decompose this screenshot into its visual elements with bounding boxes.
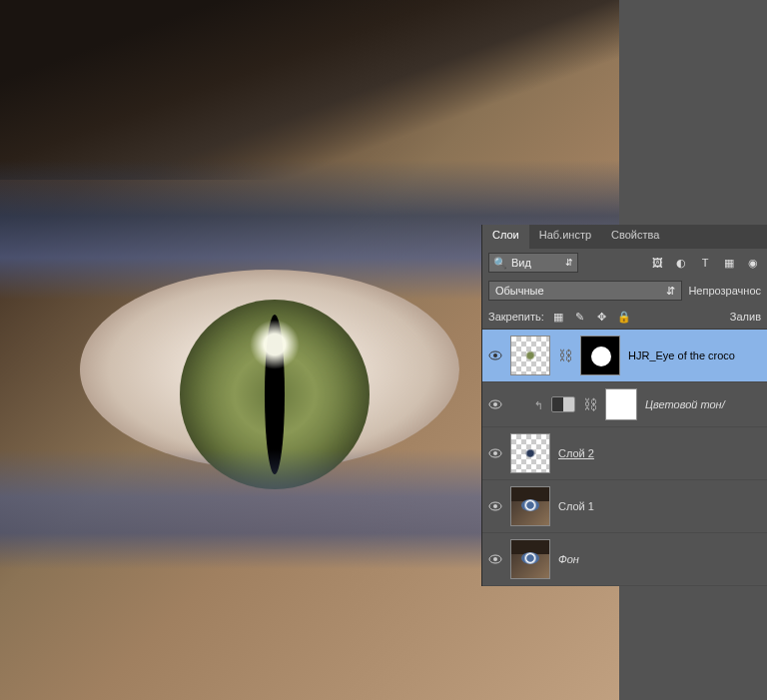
filter-type-icon[interactable]: T	[697, 255, 713, 271]
layer-row[interactable]: ⛓ HJR_Eye of the croco	[482, 330, 767, 382]
svg-point-5	[493, 451, 497, 455]
visibility-toggle[interactable]	[488, 349, 502, 362]
blend-mode-select[interactable]: Обычные ⇵	[488, 281, 682, 301]
layer-thumbnail[interactable]	[510, 486, 550, 526]
layer-mask-thumbnail[interactable]	[580, 336, 620, 375]
layers-panel: Слои Наб.инстр Свойства 🔍 Вид ⇵ 🖼 ◐ T ▦ …	[481, 225, 767, 586]
svg-point-1	[493, 353, 497, 357]
layer-name[interactable]: Слой 2	[558, 447, 594, 459]
filter-pixel-icon[interactable]: 🖼	[649, 255, 665, 271]
layer-row[interactable]: Слой 2	[482, 427, 767, 480]
layer-thumbnail[interactable]	[510, 336, 550, 375]
layer-thumbnail[interactable]	[510, 539, 550, 579]
layer-filter-row: 🔍 Вид ⇵ 🖼 ◐ T ▦ ◉	[482, 249, 767, 277]
eyebrow-region	[0, 0, 619, 180]
svg-point-9	[493, 557, 497, 561]
fill-label: Залив	[730, 311, 761, 323]
layer-name[interactable]: HJR_Eye of the croco	[628, 350, 735, 361]
svg-point-7	[493, 504, 497, 508]
lock-position-icon[interactable]: ✥	[594, 309, 610, 325]
layer-name[interactable]: Цветовой тон/	[645, 398, 725, 410]
clip-indicator-icon: ↳	[534, 398, 543, 411]
link-icon[interactable]: ⛓	[583, 396, 597, 412]
layer-name[interactable]: Фон	[558, 553, 579, 565]
tab-channels[interactable]: Наб.инстр	[529, 225, 601, 249]
lock-pixels-icon[interactable]: ✎	[572, 309, 588, 325]
visibility-toggle[interactable]	[488, 499, 502, 513]
link-icon[interactable]: ⛓	[558, 348, 572, 363]
blend-mode-value: Обычные	[495, 285, 544, 297]
visibility-toggle[interactable]	[488, 397, 502, 411]
layer-row[interactable]: Слой 1	[482, 480, 767, 533]
filter-smart-icon[interactable]: ◉	[745, 255, 761, 271]
lock-all-icon[interactable]: 🔒	[616, 309, 632, 325]
layer-thumbnail[interactable]	[510, 433, 550, 473]
layer-row[interactable]: Фон	[482, 533, 767, 586]
opacity-label: Непрозрачнос	[688, 285, 761, 297]
blend-opacity-row: Обычные ⇵ Непрозрачнос	[482, 277, 767, 305]
visibility-toggle[interactable]	[488, 552, 502, 566]
svg-point-3	[493, 402, 497, 406]
layer-name[interactable]: Слой 1	[558, 500, 594, 512]
search-icon: 🔍	[493, 257, 507, 270]
filter-shape-icon[interactable]: ▦	[721, 255, 737, 271]
chevron-down-icon: ⇵	[565, 258, 573, 268]
lock-transparent-icon[interactable]: ▦	[550, 309, 566, 325]
panel-tabs: Слои Наб.инстр Свойства	[482, 225, 767, 249]
lock-row: Закрепить: ▦ ✎ ✥ 🔒 Залив	[482, 305, 767, 330]
chevron-down-icon: ⇵	[666, 285, 675, 298]
layers-list: ⛓ HJR_Eye of the croco ↳ ⛓ Цветовой тон/…	[482, 330, 767, 586]
filter-adjustment-icon[interactable]: ◐	[673, 255, 689, 271]
layer-mask-thumbnail[interactable]	[605, 388, 637, 420]
visibility-toggle[interactable]	[488, 446, 502, 460]
tab-layers[interactable]: Слои	[482, 225, 529, 249]
layer-row[interactable]: ↳ ⛓ Цветовой тон/	[482, 382, 767, 427]
tab-paths[interactable]: Свойства	[601, 225, 669, 249]
filter-kind-label: Вид	[511, 257, 531, 269]
filter-kind-select[interactable]: 🔍 Вид ⇵	[488, 253, 578, 273]
lock-label: Закрепить:	[488, 311, 544, 323]
adjustment-icon	[551, 396, 575, 412]
